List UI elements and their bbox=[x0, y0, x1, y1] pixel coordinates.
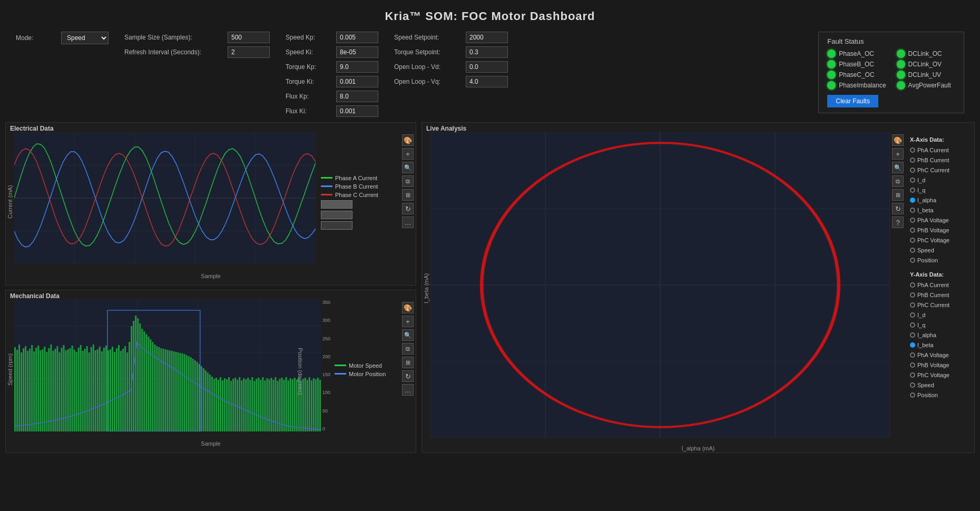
y-opt-speed[interactable]: Speed bbox=[910, 382, 970, 388]
fault-led-phaseA-oc bbox=[827, 50, 836, 58]
torque-ki-input[interactable] bbox=[336, 76, 378, 87]
x-opt-speed[interactable]: Speed bbox=[910, 247, 970, 253]
flux-kp-input[interactable] bbox=[336, 91, 378, 102]
x-opt-ialpha[interactable]: I_alpha bbox=[910, 197, 970, 203]
refresh-interval-input[interactable] bbox=[228, 46, 270, 58]
torque-setpoint-input[interactable] bbox=[466, 46, 508, 58]
svg-rect-140 bbox=[215, 378, 217, 431]
sample-size-input[interactable] bbox=[228, 32, 270, 43]
y-opt-phb-current[interactable]: PhB Current bbox=[910, 292, 970, 298]
axis-options-panel: X-Axis Data: PhA Current PhB Current PhC… bbox=[906, 132, 974, 444]
svg-rect-96 bbox=[86, 346, 88, 431]
speed-kp-input[interactable] bbox=[336, 32, 378, 43]
fault-led-dclink-uv bbox=[897, 71, 905, 79]
mode-label: Mode: bbox=[16, 34, 58, 42]
y-opt-position[interactable]: Position bbox=[910, 392, 970, 398]
live-refresh-btn[interactable]: ↻ bbox=[892, 203, 904, 214]
y-opt-phc-current[interactable]: PhC Current bbox=[910, 302, 970, 308]
speed-setpoint-input[interactable] bbox=[466, 32, 508, 43]
search-btn[interactable]: 🔍 bbox=[402, 162, 414, 173]
mech-zoom-in-btn[interactable]: + bbox=[402, 316, 414, 327]
legend-phase-a-volt bbox=[321, 200, 395, 209]
svg-rect-136 bbox=[207, 372, 209, 431]
x-opt-phc-current[interactable]: PhC Current bbox=[910, 167, 970, 173]
svg-rect-108 bbox=[112, 347, 113, 431]
svg-rect-138 bbox=[211, 377, 213, 431]
svg-rect-122 bbox=[178, 352, 179, 431]
mechanical-x-label: Sample bbox=[6, 439, 416, 448]
y-opt-phc-volt[interactable]: PhC Voltage bbox=[910, 372, 970, 378]
copy-btn[interactable]: ⧉ bbox=[402, 175, 414, 187]
svg-rect-58 bbox=[42, 349, 43, 431]
x-radio-phb-current bbox=[910, 158, 915, 163]
svg-rect-158 bbox=[253, 381, 255, 431]
svg-rect-107 bbox=[110, 349, 111, 431]
live-question-btn[interactable]: ? bbox=[892, 217, 904, 228]
svg-rect-152 bbox=[241, 380, 242, 431]
svg-rect-134 bbox=[203, 368, 204, 431]
color-wheel-btn[interactable]: 🎨 bbox=[402, 134, 414, 146]
layout-btn[interactable]: ⊞ bbox=[402, 189, 414, 201]
svg-rect-95 bbox=[84, 349, 86, 431]
clear-faults-button[interactable]: Clear Faults bbox=[827, 95, 878, 107]
live-copy-btn[interactable]: ⧉ bbox=[892, 175, 904, 187]
y-opt-phb-volt[interactable]: PhB Voltage bbox=[910, 362, 970, 368]
svg-rect-104 bbox=[103, 348, 105, 431]
svg-rect-117 bbox=[166, 350, 168, 431]
mode-select[interactable]: Speed Torque Position bbox=[61, 32, 109, 44]
refresh-btn[interactable]: ↻ bbox=[402, 203, 414, 214]
svg-rect-168 bbox=[275, 377, 277, 431]
fault-dclink-ov: DCLink_OV bbox=[897, 60, 955, 68]
open-loop-vq-input[interactable] bbox=[466, 76, 508, 87]
x-radio-ibeta bbox=[910, 208, 915, 213]
svg-rect-65 bbox=[56, 346, 58, 431]
svg-rect-90 bbox=[74, 350, 75, 431]
x-opt-pha-volt[interactable]: PhA Voltage bbox=[910, 217, 970, 223]
mech-refresh-btn[interactable]: ↻ bbox=[402, 370, 414, 382]
x-opt-phb-volt[interactable]: PhB Voltage bbox=[910, 227, 970, 233]
y-opt-pha-volt[interactable]: PhA Voltage bbox=[910, 352, 970, 358]
open-loop-vd-input[interactable] bbox=[466, 61, 508, 73]
live-search-btn[interactable]: 🔍 bbox=[892, 162, 904, 173]
x-opt-ibeta[interactable]: I_beta bbox=[910, 207, 970, 213]
svg-rect-142 bbox=[220, 377, 221, 431]
zoom-in-btn[interactable]: + bbox=[402, 148, 414, 160]
svg-rect-99 bbox=[93, 345, 94, 431]
legend-phase-b-volt bbox=[321, 211, 395, 219]
y-opt-pha-current[interactable]: PhA Current bbox=[910, 282, 970, 288]
x-opt-iq[interactable]: I_q bbox=[910, 187, 970, 193]
flux-ki-label: Flux Ki: bbox=[286, 107, 333, 115]
x-opt-id[interactable]: I_d bbox=[910, 177, 970, 183]
y-opt-ibeta[interactable]: I_beta bbox=[910, 342, 970, 348]
live-color-wheel-btn[interactable]: 🎨 bbox=[892, 134, 904, 146]
x-opt-position[interactable]: Position bbox=[910, 257, 970, 263]
x-opt-phc-volt[interactable]: PhC Voltage bbox=[910, 237, 970, 243]
live-zoom-in-btn[interactable]: + bbox=[892, 148, 904, 160]
svg-rect-189 bbox=[319, 380, 321, 431]
y-opt-id[interactable]: I_d bbox=[910, 312, 970, 318]
x-opt-pha-current[interactable]: PhA Current bbox=[910, 147, 970, 153]
mech-copy-btn[interactable]: ⧉ bbox=[402, 343, 414, 355]
y-radio-phb-current bbox=[910, 292, 915, 298]
y-opt-ialpha[interactable]: I_alpha bbox=[910, 332, 970, 338]
torque-kp-input[interactable] bbox=[336, 61, 378, 73]
svg-rect-166 bbox=[270, 378, 272, 431]
mech-color-wheel-btn[interactable]: 🎨 bbox=[402, 302, 414, 313]
svg-rect-97 bbox=[89, 352, 90, 431]
mech-more-btn[interactable]: … bbox=[402, 384, 414, 396]
svg-rect-78 bbox=[145, 334, 147, 431]
y-opt-iq[interactable]: I_q bbox=[910, 322, 970, 328]
more-btn[interactable]: … bbox=[402, 217, 414, 228]
mech-layout-btn[interactable]: ⊞ bbox=[402, 357, 414, 368]
live-layout-btn[interactable]: ⊞ bbox=[892, 189, 904, 201]
refresh-interval-label: Refresh Interval (Seconds): bbox=[124, 48, 224, 56]
speed-kp-label: Speed Kp: bbox=[286, 34, 333, 41]
mech-search-btn[interactable]: 🔍 bbox=[402, 329, 414, 341]
svg-rect-182 bbox=[305, 378, 306, 431]
svg-rect-91 bbox=[76, 352, 77, 431]
fault-avg-power: AvgPowerFault bbox=[897, 81, 955, 90]
flux-ki-input[interactable] bbox=[336, 105, 378, 117]
x-opt-phb-current[interactable]: PhB Current bbox=[910, 157, 970, 163]
speed-ki-input[interactable] bbox=[336, 46, 378, 58]
svg-rect-153 bbox=[243, 378, 244, 431]
